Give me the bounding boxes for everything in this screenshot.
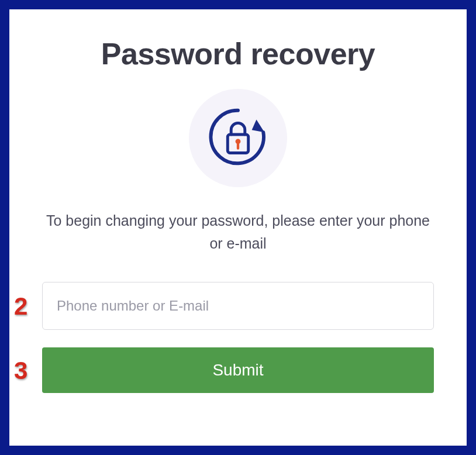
submit-button[interactable]: Submit: [42, 347, 434, 393]
page-title: Password recovery: [42, 36, 434, 71]
svg-rect-2: [237, 143, 239, 150]
password-reset-lock-icon: [203, 102, 273, 174]
submit-row: 3 Submit: [42, 347, 434, 393]
password-recovery-panel: Password recovery To begin changing your…: [9, 9, 467, 446]
instructions-text: To begin changing your password, please …: [42, 209, 434, 255]
annotation-marker-2: 2: [14, 292, 27, 320]
phone-or-email-input[interactable]: [42, 282, 434, 330]
icon-circle: [189, 89, 287, 187]
input-row: 2: [42, 282, 434, 330]
annotation-marker-3: 3: [14, 357, 27, 385]
